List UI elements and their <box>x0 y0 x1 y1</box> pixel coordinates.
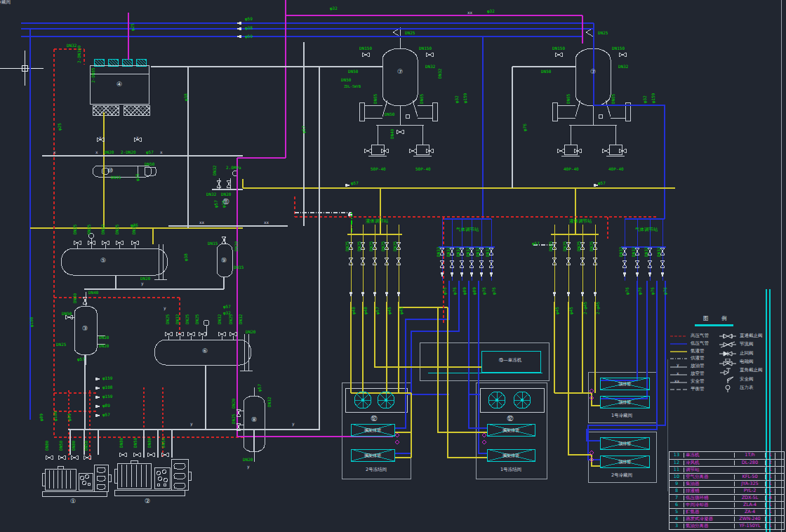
pipe-label: 2-DN65 <box>91 67 95 83</box>
pipe-label: DN15 <box>208 241 218 246</box>
legend-label: 平衡管 <box>691 387 705 392</box>
table-cell: 1 <box>765 524 775 528</box>
table-cell: 空气分离器 <box>684 474 734 479</box>
pipe-label: 40P-40 <box>608 167 624 171</box>
equipment-table-row: 11调节站1 <box>670 466 784 473</box>
pipe-label: x <box>160 150 163 154</box>
pipe-label: 2-φ45 <box>583 302 587 314</box>
pipe-label: φ59 <box>245 34 253 39</box>
legend: 图 例 高压气管低压气管氨液管供液管y放油管x放空管xx安全管平衡管直通截止阀节… <box>667 314 786 397</box>
equipment-tag: ⑧ <box>251 417 257 423</box>
pipe-label: φ76 <box>453 287 457 295</box>
table-cell: ZLA-4 <box>734 503 765 507</box>
pipe-label: φ48 <box>352 307 356 314</box>
legend-row: 直角截止阀 <box>719 367 786 374</box>
legend-label: 直角截止阀 <box>740 368 763 373</box>
pipe-label: DN80 <box>119 438 124 448</box>
table-cell: 中间冷却器 <box>684 503 734 507</box>
legend-sample-throttle <box>719 341 737 350</box>
pipe-label: 40P-40 <box>564 167 579 171</box>
pipe-label: φ57 <box>258 384 262 392</box>
pipe-label: DN40 <box>73 293 77 303</box>
pipe-label: DN25 <box>73 225 77 234</box>
pipe-label: DN25 <box>166 314 170 324</box>
pipe-label: 2.0MPa <box>226 166 241 170</box>
pipe-label: DN25 <box>232 414 236 424</box>
pipe-label: DN25 <box>598 31 608 35</box>
pipe-label: DN150 <box>552 46 565 51</box>
pipe-label: φ76 <box>131 223 138 227</box>
coil-label: 搁架排管 <box>502 428 519 432</box>
pipe-label: φ76 <box>523 124 527 131</box>
equipment-table-row: 9集油器JYA-3251 <box>670 480 784 487</box>
pipe-label: φ38 <box>245 26 253 30</box>
table-cell: PYL-2 <box>734 488 765 493</box>
pipe-label: DN50 <box>541 69 551 74</box>
table-cell: 贮氨器 <box>684 510 734 514</box>
pipe-label: 50P-40 <box>415 167 431 171</box>
pipe-label: DN20 <box>234 241 239 251</box>
pipe-label: φ89 <box>462 287 467 295</box>
pipe-label: DN20 <box>104 150 114 154</box>
pipe-label: DN32 <box>466 247 470 257</box>
pipe-label: φ57 <box>351 181 359 185</box>
pipe-label: DN20 <box>246 330 255 334</box>
pipe-label: φ57 <box>375 307 380 314</box>
legend-title-underline <box>695 324 733 326</box>
pipe-label: y <box>164 306 166 310</box>
table-cell: 11 <box>670 467 684 472</box>
table-cell: 蒸发式冷凝器 <box>684 517 734 521</box>
pipe-label: φ38 <box>184 253 188 261</box>
table-cell: KFL-50 <box>734 474 765 479</box>
table-cell: 1 <box>765 474 775 479</box>
pipe-label: φ76 <box>638 287 642 295</box>
station-title: 气体调节站 <box>456 227 479 232</box>
pipe-label: φ32 <box>455 95 459 103</box>
pipe-label: DN25 <box>590 241 594 251</box>
pipe-label: DN20 <box>232 399 236 408</box>
pipe-label: DN50 <box>348 69 358 74</box>
equipment-table-row: 10空气分离器KFL-501 <box>670 473 784 480</box>
legend-row: 止回阀 <box>719 350 786 357</box>
table-cell: 低压循环桶 <box>684 496 734 500</box>
pipe-label: DN25 <box>405 31 415 35</box>
pipe-label: φ89 <box>102 404 110 408</box>
table-cell: 冷风机 <box>684 460 734 465</box>
table-cell: 5 <box>670 510 684 514</box>
table-cell: 单冻机 <box>684 453 734 458</box>
pipe-label: DN32 <box>476 247 480 257</box>
pipe-label: DN25 <box>393 241 397 251</box>
table-cell: 4 <box>670 517 684 521</box>
pipe-label: DN50 <box>341 78 351 82</box>
equipment-table-row: 7低压循环桶ZDX-5L4 <box>670 494 784 501</box>
cad-drawing-canvas[interactable]: ⑬—单冻机 2号冻结间 1号冻结间 1号冷藏间 1号冷藏间 2号冷藏间 <box>0 0 786 532</box>
table-cell <box>775 524 785 530</box>
pipe-label: φ32 <box>330 6 338 11</box>
legend-sample-globe <box>719 333 737 341</box>
table-cell: DL-280 <box>734 460 765 465</box>
pipe-label: φ32 <box>223 311 231 315</box>
pipe-label: φ25 <box>58 123 62 131</box>
pipe-label: φ57 <box>302 126 306 133</box>
pipe-label: DN25 <box>549 241 553 251</box>
pipe-label: φ57 <box>532 241 540 246</box>
pipe-label: DN25 <box>345 241 349 251</box>
legend-row: 节流阀 <box>719 341 786 348</box>
pipe-label: DN65 <box>420 94 424 104</box>
equipment-table-row: 4蒸发式冷凝器ZWN-2401 <box>670 515 784 522</box>
station-title: 液体调节站 <box>569 219 592 223</box>
equipment-table-row: 8排液桶PYL-21 <box>670 487 784 494</box>
pipe-label: φ45 <box>569 307 573 314</box>
pipe-label: φ76 <box>492 287 496 295</box>
equipment-table-row: 3氨油分离器YF-150YL1 <box>670 522 784 529</box>
annotation-layer: φ59φ38φ59φ32φ32φ25DN322-DN1002-DN65φ25φ3… <box>0 0 786 532</box>
pipe-label: DN25 <box>229 314 233 324</box>
equipment-table: 13单冻机1T/h112冷风机DL-280211调节站110空气分离器KFL-5… <box>669 451 785 530</box>
pipe-label: x <box>99 135 102 140</box>
equipment-tag: ⑦ <box>397 69 403 75</box>
legend-label: 直通截止阀 <box>740 333 763 338</box>
pipe-label: DN25 <box>87 225 91 234</box>
pipe-label: φ108 <box>102 385 112 390</box>
pipe-label: φ159 <box>102 376 112 380</box>
pipe-label: DN32 <box>456 247 460 257</box>
